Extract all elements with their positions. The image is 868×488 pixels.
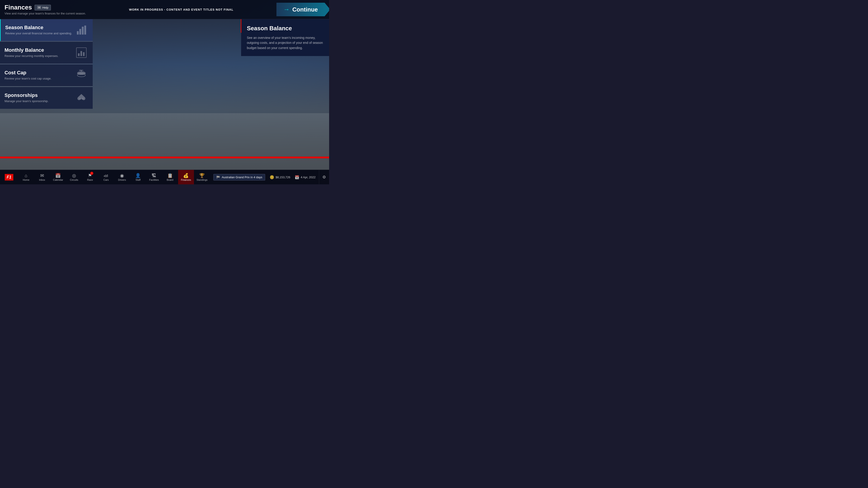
drivers-icon: ◉ (120, 173, 124, 178)
nav-label-facilities: Facilities (149, 178, 159, 181)
svg-point-13 (82, 98, 84, 99)
home-icon: ⌂ (25, 173, 27, 178)
inbox-icon: ✉ (40, 173, 44, 178)
left-menu: Season Balance Review your overall finan… (0, 19, 93, 109)
menu-item-monthly-balance[interactable]: Monthly Balance Review your recurring mo… (0, 42, 93, 64)
nav-item-calendar[interactable]: 📅 Calendar (50, 170, 66, 184)
svg-rect-5 (78, 53, 80, 56)
sponsorships-icon (74, 91, 88, 105)
nav-item-standings[interactable]: 🏆 Standings (194, 170, 210, 184)
menu-item-season-balance-text: Season Balance Review your overall finan… (5, 25, 74, 35)
menu-item-sponsorships-text: Sponsorships Manage your team's sponsors… (4, 92, 74, 103)
menu-item-season-balance-title: Season Balance (5, 25, 74, 31)
f1-logo: F1 (5, 174, 13, 181)
menu-item-monthly-balance-text: Monthly Balance Review your recurring mo… (4, 47, 74, 58)
right-panel-title: Season Balance (247, 25, 323, 32)
nav-label-race: Race (87, 178, 93, 181)
continue-button[interactable]: → Continue (276, 3, 324, 16)
calendar-status-icon: 📆 (295, 175, 299, 180)
menu-item-season-balance-desc: Review your overall financial income and… (5, 31, 74, 35)
nav-label-home: Home (23, 178, 29, 181)
svg-rect-2 (82, 27, 84, 35)
continue-label: Continue (292, 6, 318, 13)
board-icon: 📋 (167, 173, 173, 178)
settings-icon: ⚙ (322, 175, 326, 180)
nav-label-drivers: Drivers (118, 178, 126, 181)
help-key: H (37, 6, 41, 9)
nav-item-board[interactable]: 📋 Board (162, 170, 178, 184)
menu-item-monthly-balance-desc: Review your recurring monthly expenses. (4, 54, 74, 58)
nav-item-facilities[interactable]: 🏗 Facilities (146, 170, 162, 184)
page-title: Finances (4, 4, 32, 11)
nav-item-circuits[interactable]: ◎ Circuits (66, 170, 82, 184)
menu-item-sponsorships[interactable]: Sponsorships Manage your team's sponsors… (0, 87, 93, 109)
nav-items-container: ⌂ Home ✉ Inbox 📅 Calendar ◎ Circuits ⚑ !… (18, 170, 210, 184)
money-icon: 🪙 (270, 175, 274, 180)
header-left: Finances H Help View and manage your tea… (4, 4, 86, 15)
menu-item-cost-cap-title: Cost Cap (4, 70, 74, 76)
staff-icon: 👤 (135, 173, 141, 178)
nav-label-inbox: Inbox (39, 178, 45, 181)
nav-item-staff[interactable]: 👤 Staff (130, 170, 146, 184)
bottom-navigation-bar: F1 ⌂ Home ✉ Inbox 📅 Calendar ◎ Circuits … (0, 170, 329, 184)
menu-item-cost-cap-text: Cost Cap Review your team's cost cap usa… (4, 70, 74, 80)
menu-item-season-balance[interactable]: Season Balance Review your overall finan… (0, 19, 93, 41)
red-stripe (0, 157, 329, 158)
nav-item-race[interactable]: ⚑ ! Race (82, 170, 98, 184)
money-status: 🪙 $8,153,726 (270, 175, 290, 180)
right-info-panel: Season Balance See an overview of your t… (241, 19, 329, 56)
help-label: Help (42, 6, 49, 9)
nav-item-cars[interactable]: 🏎 Cars (98, 170, 114, 184)
svg-point-12 (79, 98, 81, 99)
svg-rect-1 (79, 29, 81, 35)
race-badge: ! (90, 172, 93, 175)
grand-prix-text: Australian Grand Prix in 4 days (222, 175, 262, 179)
nav-item-drivers[interactable]: ◉ Drivers (114, 170, 130, 184)
date-value: 4 Apr, 2022 (301, 175, 315, 179)
page-title-row: Finances H Help (4, 4, 86, 11)
nav-label-calendar: Calendar (53, 178, 63, 181)
nav-label-finances: Finances (181, 178, 191, 181)
menu-item-sponsorships-desc: Manage your team's sponsorship. (4, 99, 74, 103)
nav-label-staff: Staff (135, 178, 141, 181)
menu-item-cost-cap[interactable]: Cost Cap Review your team's cost cap usa… (0, 64, 93, 86)
f1-logo-container: F1 (0, 174, 18, 181)
settings-button[interactable]: ⚙ (319, 170, 329, 185)
grand-prix-status: 🏁 Australian Grand Prix in 4 days (213, 174, 265, 181)
menu-item-monthly-balance-title: Monthly Balance (4, 47, 74, 53)
menu-item-cost-cap-desc: Review your team's cost cap usage. (4, 76, 74, 80)
nav-label-board: Board (166, 178, 173, 181)
right-panel-description: See an overview of your team's incoming … (247, 35, 323, 51)
facilities-icon: 🏗 (152, 173, 156, 178)
calendar-icon: 📅 (55, 173, 61, 178)
finances-icon: 💰 (183, 173, 189, 178)
standings-icon: 🏆 (199, 173, 205, 178)
svg-rect-6 (81, 51, 82, 56)
nav-item-finances[interactable]: 💰 Finances (178, 170, 194, 184)
continue-arrow-icon: → (283, 6, 289, 13)
floor (0, 113, 329, 170)
cars-icon: 🏎 (104, 173, 108, 178)
svg-rect-0 (77, 31, 79, 35)
status-bar-items: 🏁 Australian Grand Prix in 4 days 🪙 $8,1… (210, 174, 319, 181)
money-value: $8,153,726 (276, 175, 290, 179)
svg-rect-7 (83, 52, 85, 56)
top-header: Finances H Help View and manage your tea… (0, 0, 329, 19)
circuits-icon: ◎ (72, 173, 76, 178)
date-status: 📆 4 Apr, 2022 (295, 175, 315, 180)
nav-label-cars: Cars (103, 178, 109, 181)
svg-rect-3 (84, 26, 86, 35)
cost-cap-icon (74, 68, 88, 82)
nav-item-home[interactable]: ⌂ Home (18, 170, 34, 184)
page-subtitle: View and manage your team's finances for… (4, 12, 86, 15)
help-button[interactable]: H Help (35, 5, 51, 10)
header-right: → Continue (276, 3, 324, 16)
watermark: WORK IN PROGRESS - CONTENT AND EVENT TIT… (129, 8, 234, 11)
menu-item-sponsorships-title: Sponsorships (4, 92, 74, 98)
nav-label-circuits: Circuits (70, 178, 78, 181)
nav-item-inbox[interactable]: ✉ Inbox (34, 170, 50, 184)
nav-label-standings: Standings (196, 178, 208, 181)
grand-prix-icon: 🏁 (216, 175, 220, 179)
monthly-balance-icon (74, 46, 88, 59)
season-balance-icon (74, 23, 88, 37)
